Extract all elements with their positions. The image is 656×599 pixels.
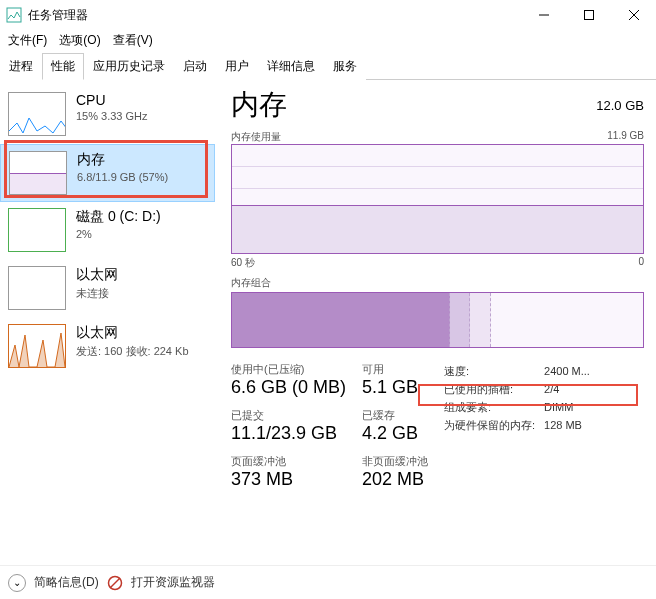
composition-in-use bbox=[232, 293, 450, 347]
page-title: 内存 bbox=[231, 86, 287, 124]
stat-available-label: 可用 bbox=[362, 362, 428, 377]
sidebar-item-cpu[interactable]: CPU 15% 3.33 GHz bbox=[0, 86, 215, 144]
stat-cached-label: 已缓存 bbox=[362, 408, 428, 423]
ethernet-sparkline bbox=[8, 324, 66, 368]
chevron-down-icon[interactable]: ⌄ bbox=[8, 574, 26, 592]
stat-nonpaged-value: 202 MB bbox=[362, 469, 428, 490]
bottom-bar: ⌄ 简略信息(D) 打开资源监视器 bbox=[0, 565, 656, 599]
menu-options[interactable]: 选项(O) bbox=[53, 30, 106, 51]
tab-users[interactable]: 用户 bbox=[216, 53, 258, 80]
info-slots-value: 2/4 bbox=[544, 383, 559, 395]
chart-max: 11.9 GB bbox=[607, 130, 644, 144]
close-button[interactable] bbox=[611, 0, 656, 30]
chart-axis-left: 60 秒 bbox=[231, 256, 255, 270]
memory-usage-chart[interactable] bbox=[231, 144, 644, 254]
info-reserved-label: 为硬件保留的内存: bbox=[444, 418, 544, 433]
stats-grid: 使用中(已压缩) 6.6 GB (0 MB) 已提交 11.1/23.9 GB … bbox=[231, 362, 644, 490]
sidebar-item-label: 以太网 bbox=[76, 266, 118, 284]
composition-modified bbox=[450, 293, 471, 347]
tab-details[interactable]: 详细信息 bbox=[258, 53, 324, 80]
sidebar-item-sublabel: 6.8/11.9 GB (57%) bbox=[77, 171, 168, 183]
sidebar-item-label: 磁盘 0 (C: D:) bbox=[76, 208, 161, 226]
tab-app-history[interactable]: 应用历史记录 bbox=[84, 53, 174, 80]
stat-paged-value: 373 MB bbox=[231, 469, 346, 490]
body: CPU 15% 3.33 GHz 内存 6.8/11.9 GB (57%) 磁盘… bbox=[0, 80, 656, 578]
chart-label: 内存使用量 bbox=[231, 130, 281, 144]
memory-composition-chart[interactable] bbox=[231, 292, 644, 348]
composition-free bbox=[491, 293, 643, 347]
info-slots-label: 已使用的插槽: bbox=[444, 382, 544, 397]
composition-label: 内存组合 bbox=[231, 276, 644, 290]
main-panel: 内存 12.0 GB 内存使用量 11.9 GB 60 秒 0 内存组合 使用中… bbox=[215, 80, 656, 578]
sidebar-item-memory[interactable]: 内存 6.8/11.9 GB (57%) bbox=[0, 144, 215, 202]
sidebar-item-label: 内存 bbox=[77, 151, 168, 169]
chart-axis-right: 0 bbox=[638, 256, 644, 270]
resource-monitor-icon bbox=[107, 575, 123, 591]
cpu-sparkline bbox=[8, 92, 66, 136]
composition-standby bbox=[470, 293, 491, 347]
stat-committed-label: 已提交 bbox=[231, 408, 346, 423]
sidebar-item-ethernet-2[interactable]: 以太网 发送: 160 接收: 224 Kb bbox=[0, 318, 215, 376]
stat-paged-label: 页面缓冲池 bbox=[231, 454, 346, 469]
menubar: 文件(F) 选项(O) 查看(V) bbox=[0, 30, 656, 50]
sidebar-item-sublabel: 未连接 bbox=[76, 286, 118, 301]
ethernet-sparkline bbox=[8, 266, 66, 310]
sidebar-item-ethernet-1[interactable]: 以太网 未连接 bbox=[0, 260, 215, 318]
stat-available-value: 5.1 GB bbox=[362, 377, 428, 398]
svg-rect-2 bbox=[584, 11, 593, 20]
stat-committed-value: 11.1/23.9 GB bbox=[231, 423, 346, 444]
tab-performance[interactable]: 性能 bbox=[42, 53, 84, 80]
tabs: 进程 性能 应用历史记录 启动 用户 详细信息 服务 bbox=[0, 52, 656, 80]
tab-startup[interactable]: 启动 bbox=[174, 53, 216, 80]
sidebar-item-label: CPU bbox=[76, 92, 148, 108]
stat-cached-value: 4.2 GB bbox=[362, 423, 428, 444]
tab-services[interactable]: 服务 bbox=[324, 53, 366, 80]
maximize-button[interactable] bbox=[566, 0, 611, 30]
window-title: 任务管理器 bbox=[28, 7, 521, 24]
menu-view[interactable]: 查看(V) bbox=[107, 30, 159, 51]
stat-in-use-value: 6.6 GB (0 MB) bbox=[231, 377, 346, 398]
disk-sparkline bbox=[8, 208, 66, 252]
info-form-value: DIMM bbox=[544, 401, 573, 413]
open-resource-monitor-link[interactable]: 打开资源监视器 bbox=[131, 574, 215, 591]
sidebar-item-sublabel: 发送: 160 接收: 224 Kb bbox=[76, 344, 189, 359]
tab-processes[interactable]: 进程 bbox=[0, 53, 42, 80]
sidebar: CPU 15% 3.33 GHz 内存 6.8/11.9 GB (57%) 磁盘… bbox=[0, 80, 215, 578]
sidebar-item-label: 以太网 bbox=[76, 324, 189, 342]
titlebar: 任务管理器 bbox=[0, 0, 656, 30]
svg-line-6 bbox=[110, 578, 120, 588]
info-reserved-value: 128 MB bbox=[544, 419, 582, 431]
memory-sparkline bbox=[9, 151, 67, 195]
memory-info-table: 速度: 2400 M... 已使用的插槽: 2/4 组成要素: DIMM 为硬件… bbox=[444, 362, 590, 490]
stat-in-use-label: 使用中(已压缩) bbox=[231, 362, 346, 377]
info-speed-label: 速度: bbox=[444, 364, 544, 379]
sidebar-item-disk[interactable]: 磁盘 0 (C: D:) 2% bbox=[0, 202, 215, 260]
info-form-label: 组成要素: bbox=[444, 400, 544, 415]
fewer-details-link[interactable]: 简略信息(D) bbox=[34, 574, 99, 591]
sidebar-item-sublabel: 15% 3.33 GHz bbox=[76, 110, 148, 122]
info-speed-value: 2400 M... bbox=[544, 365, 590, 377]
memory-total: 12.0 GB bbox=[596, 98, 644, 113]
app-icon bbox=[6, 7, 22, 23]
sidebar-item-sublabel: 2% bbox=[76, 228, 161, 240]
menu-file[interactable]: 文件(F) bbox=[2, 30, 53, 51]
stat-nonpaged-label: 非页面缓冲池 bbox=[362, 454, 428, 469]
minimize-button[interactable] bbox=[521, 0, 566, 30]
